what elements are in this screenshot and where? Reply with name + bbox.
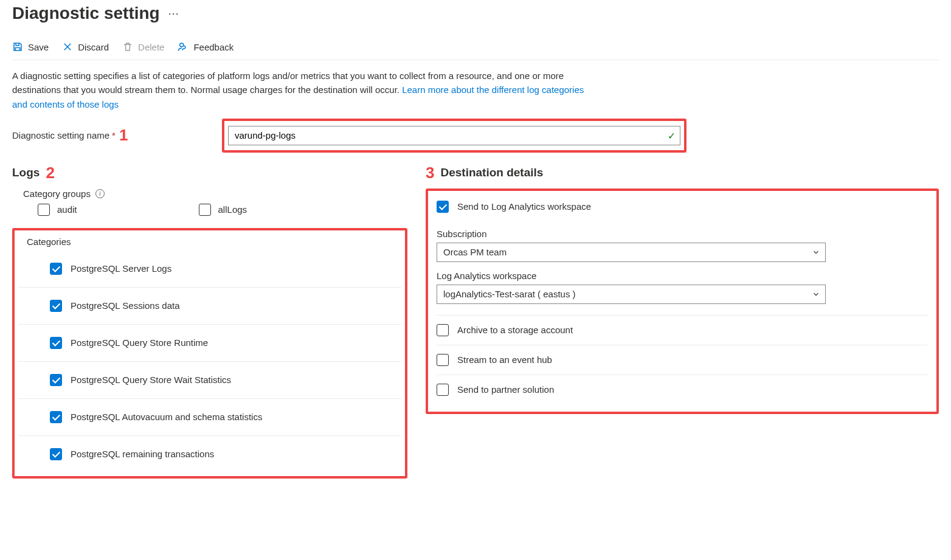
category-label: PostgreSQL Query Store Runtime <box>71 337 208 348</box>
more-menu-icon[interactable]: ··· <box>168 7 179 20</box>
feedback-label: Feedback <box>193 42 233 52</box>
required-asterisk: * <box>112 130 116 140</box>
checkbox-partner[interactable] <box>437 384 449 396</box>
category-item: PostgreSQL remaining transactions <box>18 436 401 472</box>
checkbox-audit[interactable] <box>38 204 50 216</box>
category-label: PostgreSQL Query Store Wait Statistics <box>71 375 231 385</box>
discard-label: Discard <box>78 42 109 52</box>
save-icon <box>12 41 23 52</box>
checkbox-category[interactable] <box>50 300 62 312</box>
close-icon <box>62 41 73 52</box>
setting-name-input[interactable] <box>228 126 680 145</box>
info-icon[interactable]: i <box>95 189 105 198</box>
discard-button[interactable]: Discard <box>62 41 109 52</box>
category-groups-label: Category groups i <box>23 188 407 199</box>
category-item: PostgreSQL Sessions data <box>18 288 401 325</box>
checkbox-category[interactable] <box>50 448 62 460</box>
checkbox-stream[interactable] <box>437 354 449 366</box>
description-text: A diagnostic setting specifies a list of… <box>12 60 596 116</box>
label-send-la: Send to Log Analytics workspace <box>457 201 591 212</box>
callout-box-1: ✓ <box>222 119 686 153</box>
category-label: PostgreSQL Sessions data <box>71 300 180 311</box>
label-alllogs: allLogs <box>218 204 247 215</box>
trash-icon <box>122 41 133 52</box>
label-stream: Stream to an event hub <box>457 354 552 365</box>
checkbox-send-la[interactable] <box>437 201 449 213</box>
chevron-down-icon <box>812 248 820 257</box>
delete-button: Delete <box>122 41 164 52</box>
svg-point-0 <box>180 43 184 47</box>
callout-box-3: Send to Log Analytics workspace Subscrip… <box>426 188 939 414</box>
valid-check-icon: ✓ <box>668 130 676 141</box>
setting-name-label: Diagnostic setting name * 1 <box>12 126 222 145</box>
feedback-icon <box>178 41 188 52</box>
feedback-button[interactable]: Feedback <box>178 41 233 52</box>
logs-heading: Logs <box>12 166 40 179</box>
category-label: PostgreSQL Server Logs <box>71 263 171 274</box>
callout-2: 2 <box>46 164 54 182</box>
label-audit: audit <box>57 204 77 215</box>
category-label: PostgreSQL remaining transactions <box>71 449 214 459</box>
callout-1: 1 <box>119 126 128 145</box>
checkbox-category[interactable] <box>50 263 62 275</box>
category-item: PostgreSQL Autovacuum and schema statist… <box>18 399 401 436</box>
checkbox-category[interactable] <box>50 411 62 423</box>
destination-heading: Destination details <box>440 166 543 179</box>
subscription-select[interactable]: Orcas PM team <box>437 243 826 262</box>
toolbar: Save Discard Delete Feedback <box>12 23 939 60</box>
categories-label: Categories <box>27 237 401 247</box>
checkbox-archive[interactable] <box>437 324 449 336</box>
chevron-down-icon <box>812 290 820 299</box>
save-button[interactable]: Save <box>12 41 49 52</box>
workspace-value: logAnalytics-Test-sarat ( eastus ) <box>443 289 576 299</box>
category-item: PostgreSQL Query Store Wait Statistics <box>18 362 401 399</box>
callout-box-2: Categories PostgreSQL Server Logs Postgr… <box>12 228 407 479</box>
label-partner: Send to partner solution <box>457 384 554 395</box>
delete-label: Delete <box>138 42 164 52</box>
subscription-label: Subscription <box>437 229 928 239</box>
checkbox-category[interactable] <box>50 337 62 349</box>
save-label: Save <box>28 42 49 52</box>
subscription-value: Orcas PM team <box>443 247 507 257</box>
page-title: Diagnostic setting <box>12 4 160 23</box>
checkbox-alllogs[interactable] <box>199 204 211 216</box>
callout-3: 3 <box>426 164 434 182</box>
label-archive: Archive to a storage account <box>457 325 573 335</box>
category-item: PostgreSQL Server Logs <box>18 251 401 288</box>
workspace-label: Log Analytics workspace <box>437 271 928 281</box>
category-label: PostgreSQL Autovacuum and schema statist… <box>71 412 262 422</box>
category-item: PostgreSQL Query Store Runtime <box>18 325 401 362</box>
checkbox-category[interactable] <box>50 374 62 386</box>
workspace-select[interactable]: logAnalytics-Test-sarat ( eastus ) <box>437 285 826 304</box>
